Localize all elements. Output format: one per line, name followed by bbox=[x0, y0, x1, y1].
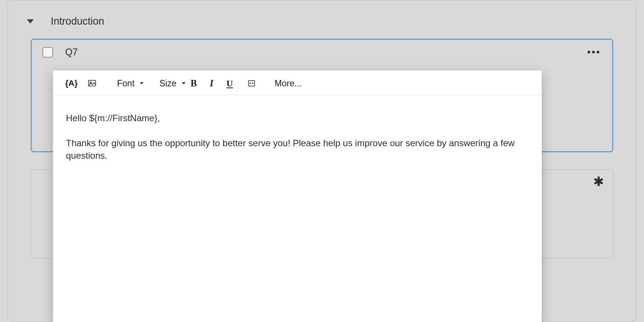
font-dropdown[interactable]: Font bbox=[114, 78, 148, 89]
more-button[interactable]: More... bbox=[272, 78, 305, 89]
insert-image-button[interactable] bbox=[84, 78, 100, 89]
question-label: Q7 bbox=[65, 47, 78, 58]
section-title: Introduction bbox=[51, 16, 104, 27]
source-icon bbox=[247, 79, 256, 88]
size-dropdown-label: Size bbox=[159, 78, 177, 89]
required-icon: ✱ bbox=[593, 175, 604, 188]
more-icon bbox=[597, 51, 599, 53]
editor-toolbar: {A} Font Size B I U More... bbox=[53, 70, 542, 95]
italic-button[interactable]: I bbox=[207, 77, 217, 89]
editor-content-area[interactable]: Hello ${m://FirstName}, Thanks for givin… bbox=[53, 95, 542, 322]
chevron-down-icon bbox=[182, 82, 186, 84]
editor-paragraph: Thanks for giving us the opportunity to … bbox=[66, 137, 529, 162]
source-button[interactable] bbox=[244, 78, 259, 88]
svg-point-1 bbox=[90, 82, 92, 83]
size-dropdown[interactable]: Size bbox=[156, 78, 178, 89]
image-icon bbox=[88, 79, 97, 88]
editor-paragraph: Hello ${m://FirstName}, bbox=[66, 112, 529, 125]
piped-text-button[interactable]: {A} bbox=[62, 78, 81, 89]
section-header: Introduction bbox=[8, 16, 636, 27]
rich-text-editor: {A} Font Size B I U More... bbox=[53, 70, 542, 322]
chevron-down-icon bbox=[140, 82, 144, 84]
underline-button[interactable]: U bbox=[223, 78, 236, 89]
more-icon bbox=[592, 51, 595, 53]
question-select-checkbox[interactable] bbox=[42, 47, 53, 58]
question-header: Q7 bbox=[32, 40, 612, 62]
collapse-toggle[interactable] bbox=[27, 19, 34, 23]
bold-button[interactable]: B bbox=[188, 77, 200, 89]
more-icon bbox=[588, 51, 590, 53]
font-dropdown-label: Font bbox=[117, 78, 134, 89]
question-more-menu[interactable] bbox=[585, 48, 602, 56]
